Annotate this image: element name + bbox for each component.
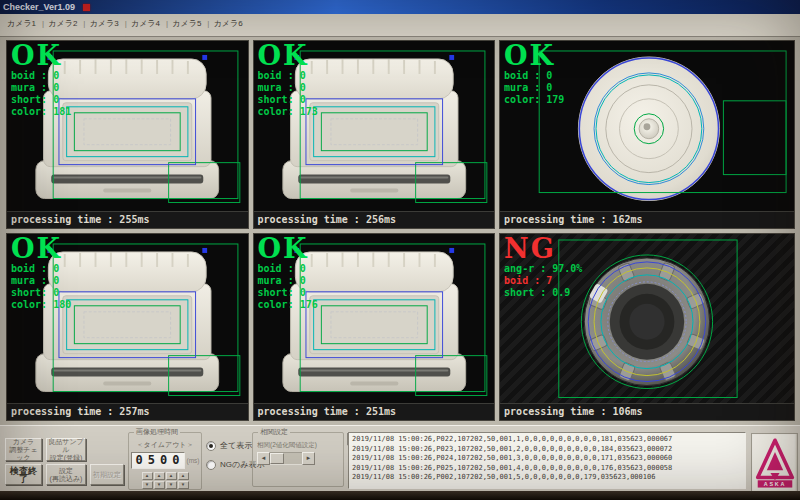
metric-boid: boid : 0 <box>504 70 564 82</box>
metric-short: short: 0 <box>258 287 318 299</box>
screen-edge-shadow <box>0 491 800 500</box>
log-line: 2019/11/08 15:00:26,P023,107202,50,001,2… <box>352 445 742 455</box>
metric-boid: boid : 0 <box>258 263 318 275</box>
metric-color: color: 181 <box>11 106 71 118</box>
timeout-spinners: ▲ ▲ ▲ ▲ ▼ ▼ ▼ ▼ <box>129 472 201 489</box>
inspection-panel-5: OK boid : 0 mura : 0 short: 0 color: 176… <box>253 233 496 422</box>
inspection-panel-2: OK boid : 0 mura : 0 short: 0 color: 173… <box>253 40 496 229</box>
result-overlay: OK boid : 0 mura : 0 short: 0 color: 181 <box>11 42 71 118</box>
metric-boid: boid : 0 <box>258 70 318 82</box>
spinner-up-button[interactable]: ▲ <box>178 472 189 480</box>
tab-camera-6[interactable]: カメラ6 <box>204 17 245 30</box>
spinner-down-button[interactable]: ▼ <box>154 481 165 489</box>
spinner-down-button[interactable]: ▼ <box>178 481 189 489</box>
control-bar: カメラ 調整チェック 良品サンプル 設定(登録) 検査終了 設定 (再読込み) … <box>0 425 800 500</box>
inspection-panel-6: NG ang-r : 97.0% boid : 7 short : 0.9 pr… <box>499 233 795 422</box>
processing-time-bar: processing time : 106ms <box>500 403 794 420</box>
spinner-down-button[interactable]: ▼ <box>166 481 177 489</box>
metric-boid: boid : 0 <box>11 70 71 82</box>
camera-view-6: NG ang-r : 97.0% boid : 7 short : 0.9 <box>500 234 794 404</box>
tab-camera-3[interactable]: カメラ3 <box>80 17 121 30</box>
metric-mura: mura : 0 <box>258 82 318 94</box>
settings-reload-button[interactable]: 設定 (再読込み) <box>46 464 86 485</box>
camera-view-5: OK boid : 0 mura : 0 short: 0 color: 176 <box>254 234 495 404</box>
spinner-up-button[interactable]: ▲ <box>142 472 153 480</box>
result-overlay: OK boid : 0 mura : 0 color: 179 <box>504 42 564 106</box>
tab-camera-1[interactable]: カメラ1 <box>4 17 39 30</box>
result-log-list[interactable]: 2019/11/08 15:00:26,P022,107202,50,001,1… <box>348 432 746 489</box>
result-overlay: NG ang-r : 97.0% boid : 7 short : 0.9 <box>504 235 582 299</box>
metric-boid: boid : 0 <box>11 263 71 275</box>
timeout-group: 画像処理時間 ＜タイムアウト＞ 0500 (ms) ▲ ▲ ▲ ▲ ▼ ▼ ▼ … <box>128 432 202 490</box>
threshold-scrollbar[interactable]: ◄ ► <box>257 452 315 465</box>
metric-color: color: 180 <box>11 299 71 311</box>
correlation-label: 相関(2値化閾値設定) <box>257 441 339 450</box>
log-line: 2019/11/08 15:00:26,P024,107202,50,001,3… <box>352 454 742 464</box>
status-label: OK <box>258 235 318 263</box>
status-label: OK <box>11 42 71 70</box>
spinner-down-button[interactable]: ▼ <box>142 481 153 489</box>
good-sample-register-button[interactable]: 良品サンプル 設定(登録) <box>46 438 86 461</box>
scrollbar-thumb[interactable] <box>270 453 284 464</box>
status-label: OK <box>11 235 71 263</box>
camera-view-4: OK boid : 0 mura : 0 short: 0 color: 180 <box>7 234 248 404</box>
inspection-end-button[interactable]: 検査終了 <box>5 464 42 485</box>
title-bar: Checker_Ver1.09 <box>0 0 800 14</box>
camera-view-1: OK boid : 0 mura : 0 short: 0 color: 181 <box>7 41 248 211</box>
metric-ang-r: ang-r : 97.0% <box>504 263 582 275</box>
aska-logo-icon: ASKA <box>755 437 795 489</box>
metric-color: color: 179 <box>504 94 564 106</box>
metric-color: color: 173 <box>258 106 318 118</box>
processing-time-bar: processing time : 256ms <box>254 211 495 228</box>
inspection-panel-1: OK boid : 0 mura : 0 short: 0 color: 181… <box>6 40 249 229</box>
timeout-unit: (ms) <box>187 457 200 464</box>
tab-strip: カメラ1 カメラ2 カメラ3 カメラ4 カメラ5 カメラ6 <box>0 14 800 37</box>
metric-color: color: 176 <box>258 299 318 311</box>
log-line: 2019/11/08 15:00:26,P002,107202,50,001,5… <box>352 473 742 483</box>
correlation-group: 相関設定 相関(2値化閾値設定) ◄ ► <box>252 432 344 487</box>
log-line: 2019/11/08 15:00:26,P025,107202,50,001,4… <box>352 464 742 474</box>
initial-settings-button[interactable]: 初期設定 <box>90 464 124 485</box>
result-overlay: OK boid : 0 mura : 0 short: 0 color: 180 <box>11 235 71 311</box>
metric-mura: mura : 0 <box>258 275 318 287</box>
inspection-panel-3: OK boid : 0 mura : 0 color: 179 processi… <box>499 40 795 229</box>
result-overlay: OK boid : 0 mura : 0 short: 0 color: 176 <box>258 235 318 311</box>
aska-logo: ASKA <box>751 433 798 493</box>
camera-view-3: OK boid : 0 mura : 0 color: 179 <box>500 41 794 211</box>
result-overlay: OK boid : 0 mura : 0 short: 0 color: 173 <box>258 42 318 118</box>
status-label: OK <box>504 42 564 70</box>
svg-text:ASKA: ASKA <box>763 481 786 487</box>
timeout-display: 0500 <box>131 452 185 469</box>
correlation-group-legend: 相関設定 <box>258 428 290 436</box>
inspection-grid: OK boid : 0 mura : 0 short: 0 color: 181… <box>0 37 800 425</box>
radio-icon[interactable] <box>206 441 216 451</box>
status-label: NG <box>504 235 582 263</box>
radio-icon[interactable] <box>206 460 216 470</box>
tab-camera-5[interactable]: カメラ5 <box>163 17 204 30</box>
camera-adjust-check-button[interactable]: カメラ 調整チェック <box>5 438 42 461</box>
log-line: 2019/11/08 15:00:26,P022,107202,50,001,1… <box>352 435 742 445</box>
status-label: OK <box>258 42 318 70</box>
processing-time-bar: processing time : 257ms <box>7 403 248 420</box>
metric-boid: boid : 7 <box>504 275 582 287</box>
scroll-left-button[interactable]: ◄ <box>257 452 270 465</box>
tab-camera-2[interactable]: カメラ2 <box>39 17 80 30</box>
window-title: Checker_Ver1.09 <box>0 2 75 12</box>
metric-short: short: 0 <box>11 94 71 106</box>
scrollbar-track[interactable] <box>270 452 302 465</box>
metric-mura: mura : 0 <box>11 82 71 94</box>
spinner-up-button[interactable]: ▲ <box>166 472 177 480</box>
scroll-right-button[interactable]: ► <box>302 452 315 465</box>
timeout-sublabel: ＜タイムアウト＞ <box>129 440 201 450</box>
timeout-group-legend: 画像処理時間 <box>134 428 180 436</box>
processing-time-bar: processing time : 162ms <box>500 211 794 228</box>
metric-short: short: 0 <box>258 94 318 106</box>
tab-camera-4[interactable]: カメラ4 <box>122 17 163 30</box>
spinner-up-button[interactable]: ▲ <box>154 472 165 480</box>
camera-view-2: OK boid : 0 mura : 0 short: 0 color: 173 <box>254 41 495 211</box>
metric-mura: mura : 0 <box>11 275 71 287</box>
processing-time-bar: processing time : 255ms <box>7 211 248 228</box>
metric-short: short : 0.9 <box>504 287 582 299</box>
processing-time-bar: processing time : 251ms <box>254 403 495 420</box>
inspection-panel-4: OK boid : 0 mura : 0 short: 0 color: 180… <box>6 233 249 422</box>
